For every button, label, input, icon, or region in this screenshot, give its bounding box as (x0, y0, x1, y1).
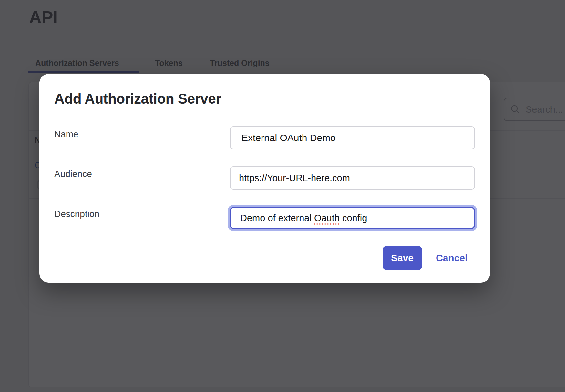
save-button[interactable]: Save (383, 246, 422, 270)
audience-field-label: Audience (54, 169, 92, 179)
description-text-before: Demo of external (240, 213, 314, 223)
audience-input[interactable] (230, 166, 475, 190)
description-text-after: config (340, 213, 367, 223)
cancel-button[interactable]: Cancel (436, 246, 467, 270)
add-authorization-server-modal: Add Authorization Server Name Audience D… (39, 74, 490, 283)
description-input[interactable]: Demo of external Oauth config (230, 207, 475, 229)
description-misspelled-word: Oauth (314, 213, 340, 223)
modal-title: Add Authorization Server (54, 91, 221, 107)
description-field-label: Description (54, 209, 99, 219)
name-field-label: Name (54, 129, 78, 139)
name-input[interactable] (230, 126, 475, 149)
